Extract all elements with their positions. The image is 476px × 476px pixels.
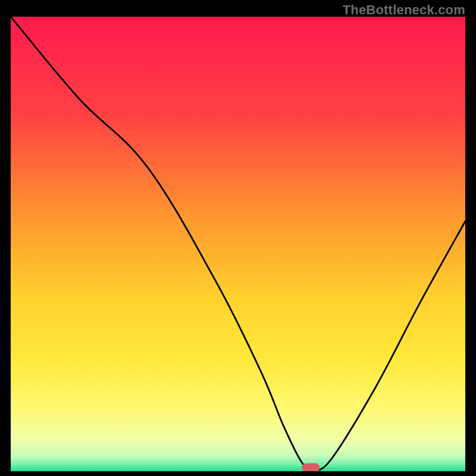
optimal-point-marker	[302, 463, 320, 471]
watermark-text: TheBottleneck.com	[343, 2, 465, 18]
chart-frame	[11, 17, 465, 471]
gradient-background	[11, 17, 465, 471]
bottleneck-chart	[11, 17, 465, 471]
